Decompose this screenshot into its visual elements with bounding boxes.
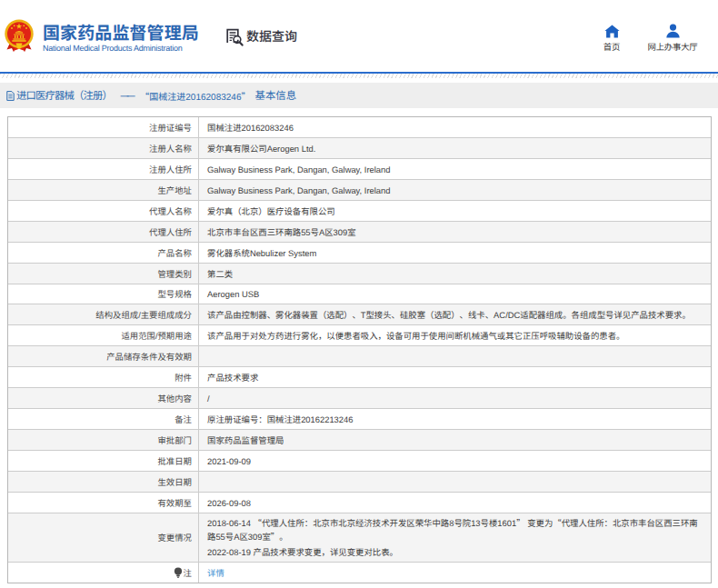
row-label-cell: 审批部门 bbox=[8, 430, 199, 450]
table-row: 备注原注册证编号：国械注进20162213246 bbox=[8, 409, 711, 430]
row-label-cell: 代理人名称 bbox=[8, 201, 199, 221]
row-label-cell: 代理人住所 bbox=[8, 222, 199, 242]
row-label-cell: 备注 bbox=[8, 409, 199, 429]
row-value: Galway Business Park, Dangan, Galway, Ir… bbox=[207, 163, 390, 175]
row-label: 产品储存条件及有效期 bbox=[106, 350, 192, 363]
row-label-cell: 附件 bbox=[8, 367, 199, 387]
table-row: 代理人名称爱尔真（北京）医疗设备有限公司 bbox=[8, 201, 711, 222]
row-value: 2021-09-09 bbox=[207, 454, 251, 467]
row-label: 审批部门 bbox=[157, 434, 192, 446]
row-label-cell: 型号规格 bbox=[8, 284, 199, 304]
row-value-cell: 雾化器系统Nebulizer System bbox=[199, 243, 711, 263]
row-value-cell: 产品技术要求 bbox=[199, 367, 711, 387]
row-value-cell: 第二类 bbox=[199, 264, 711, 284]
table-row: 产品名称雾化器系统Nebulizer System bbox=[8, 243, 711, 264]
row-label: 适用范围/预期用途 bbox=[121, 329, 192, 342]
row-label: 批准日期 bbox=[157, 454, 192, 467]
row-value: 2026-09-08 bbox=[207, 496, 251, 509]
row-value-cell: Aerogen USB bbox=[199, 284, 711, 304]
table-row: 有效期至2026-09-08 bbox=[8, 493, 711, 513]
table-row: 适用范围/预期用途该产品用于对处方药进行雾化，以便患者吸入，设备可用于使用间断机… bbox=[8, 325, 711, 346]
nav-service-hall[interactable]: 网上办事大厅 bbox=[638, 24, 707, 52]
row-value-cell: 该产品用于对处方药进行雾化，以便患者吸入，设备可用于使用间断机械通气或其它正压呼… bbox=[199, 325, 711, 345]
breadcrumb-category[interactable]: 进口医疗器械（注册） bbox=[16, 88, 112, 103]
nav-service-hall-label: 网上办事大厅 bbox=[647, 41, 697, 52]
row-label-cell: 注册人名称 bbox=[8, 138, 199, 158]
row-label: 注册证编号 bbox=[149, 121, 192, 134]
table-row: 附件产品技术要求 bbox=[8, 367, 711, 388]
row-label-cell: 注册人住所 bbox=[8, 159, 199, 179]
table-row: 结构及组成/主要组成成分该产品由控制器、雾化器装置（选配）、T型接头、硅胶塞（选… bbox=[8, 304, 711, 325]
row-label: 产品名称 bbox=[157, 246, 192, 259]
row-value: / bbox=[207, 392, 210, 404]
row-value: Galway Business Park, Dangan, Galway, Ir… bbox=[207, 184, 390, 196]
change-record: 2018-06-14 “代理人住所：北京市北京经济技术开发区荣华中路8号院13号… bbox=[207, 516, 702, 543]
row-label: 注册人名称 bbox=[149, 142, 192, 154]
row-label-cell: 适用范围/预期用途 bbox=[8, 325, 199, 345]
site-header: 国家药品监督管理局 National Medical Products Admi… bbox=[0, 0, 718, 72]
row-label: 代理人名称 bbox=[149, 204, 192, 217]
table-row: 审批部门国家药品监督管理局 bbox=[8, 430, 711, 451]
row-label-cell: 结构及组成/主要组成成分 bbox=[8, 304, 199, 324]
row-value-cell: / bbox=[199, 388, 711, 408]
row-value: 雾化器系统Nebulizer System bbox=[207, 246, 316, 259]
row-value: 国械注进20162083246 bbox=[207, 121, 294, 134]
row-label-cell: 管理类别 bbox=[8, 264, 199, 284]
nav-home[interactable]: 首页 bbox=[594, 24, 629, 52]
row-label: 有效期至 bbox=[157, 496, 192, 509]
row-label-cell: 注册证编号 bbox=[8, 117, 199, 137]
row-label: 其他内容 bbox=[157, 392, 192, 404]
row-value-cell: 原注册证编号：国械注进20162213246 bbox=[199, 409, 711, 429]
row-value: 该产品用于对处方药进行雾化，以便患者吸入，设备可用于使用间断机械通气或其它正压呼… bbox=[207, 329, 624, 342]
row-label-cell: 批准日期 bbox=[8, 451, 199, 471]
row-label-cell: 有效期至 bbox=[8, 493, 199, 513]
row-value-cell: Galway Business Park, Dangan, Galway, Ir… bbox=[199, 180, 711, 200]
row-value: 该产品由控制器、雾化器装置（选配）、T型接头、硅胶塞（选配）、线卡、AC/DC适… bbox=[207, 308, 691, 321]
breadcrumb-current-suffix: 基本信息 bbox=[254, 88, 296, 103]
row-label: 结构及组成/主要组成成分 bbox=[95, 308, 192, 321]
row-value-cell: 2018-06-14 “代理人住所：北京市北京经济技术开发区荣华中路8号院13号… bbox=[199, 513, 711, 562]
row-value: 北京市丰台区西三环南路55号A区309室 bbox=[207, 225, 356, 238]
row-label-cell: 产品名称 bbox=[8, 243, 199, 263]
row-label: 管理类别 bbox=[157, 267, 192, 280]
table-row: 变更情况2018-06-14 “代理人住所：北京市北京经济技术开发区荣华中路8号… bbox=[8, 513, 711, 563]
registration-info-table: 注册证编号国械注进20162083246 注册人名称爱尔真有限公司Aerogen… bbox=[7, 116, 712, 583]
hatch-stripe-band bbox=[0, 74, 718, 78]
row-value-cell: 北京市丰台区西三环南路55号A区309室 bbox=[199, 222, 711, 242]
table-row: 其他内容/ bbox=[8, 388, 711, 409]
table-row: 注详情 bbox=[8, 563, 711, 583]
row-value-cell: 国械注进20162083246 bbox=[199, 117, 711, 137]
row-label-cell: 注 bbox=[8, 563, 199, 583]
row-value-cell: 爱尔真有限公司Aerogen Ltd. bbox=[199, 138, 711, 158]
row-label-cell: 变更情况 bbox=[8, 513, 199, 562]
row-value-cell: Galway Business Park, Dangan, Galway, Ir… bbox=[199, 159, 711, 179]
bulb-icon bbox=[174, 567, 183, 578]
row-value-cell: 该产品由控制器、雾化器装置（选配）、T型接头、硅胶塞（选配）、线卡、AC/DC适… bbox=[199, 304, 711, 324]
row-label: 注册人住所 bbox=[149, 163, 192, 175]
table-row: 注册人住所Galway Business Park, Dangan, Galwa… bbox=[8, 159, 711, 180]
table-row: 注册证编号国械注进20162083246 bbox=[8, 117, 711, 138]
row-label: 型号规格 bbox=[157, 287, 192, 300]
row-value-cell: 国家药品监督管理局 bbox=[199, 430, 711, 450]
document-icon bbox=[6, 91, 15, 101]
user-icon bbox=[665, 24, 681, 38]
breadcrumb: 进口医疗器械（注册） —— “国械注进20162083246” 基本信息 bbox=[0, 83, 718, 108]
row-value: 爱尔真（北京）医疗设备有限公司 bbox=[207, 204, 335, 217]
nav-home-label: 首页 bbox=[603, 41, 620, 52]
row-value: 爱尔真有限公司Aerogen Ltd. bbox=[207, 142, 315, 154]
row-value: 第二类 bbox=[207, 267, 233, 280]
row-value-cell: 2021-09-09 bbox=[199, 451, 711, 471]
row-value: 产品技术要求 bbox=[207, 371, 258, 384]
row-value-cell: 2026-09-08 bbox=[199, 493, 711, 513]
row-value-cell bbox=[199, 346, 711, 366]
table-row: 注册人名称爱尔真有限公司Aerogen Ltd. bbox=[8, 138, 711, 159]
row-label-cell: 产品储存条件及有效期 bbox=[8, 346, 199, 366]
row-value: 原注册证编号：国械注进20162213246 bbox=[207, 413, 353, 425]
row-label: 注 bbox=[184, 566, 192, 579]
table-row: 管理类别第二类 bbox=[8, 264, 711, 284]
page: { "page": { "bg": "#ffffff" }, "header":… bbox=[0, 0, 718, 588]
details-link[interactable]: 详情 bbox=[207, 566, 224, 579]
row-label: 备注 bbox=[175, 413, 192, 425]
row-value: Aerogen USB bbox=[207, 287, 259, 300]
table-row: 代理人住所北京市丰台区西三环南路55号A区309室 bbox=[8, 222, 711, 243]
